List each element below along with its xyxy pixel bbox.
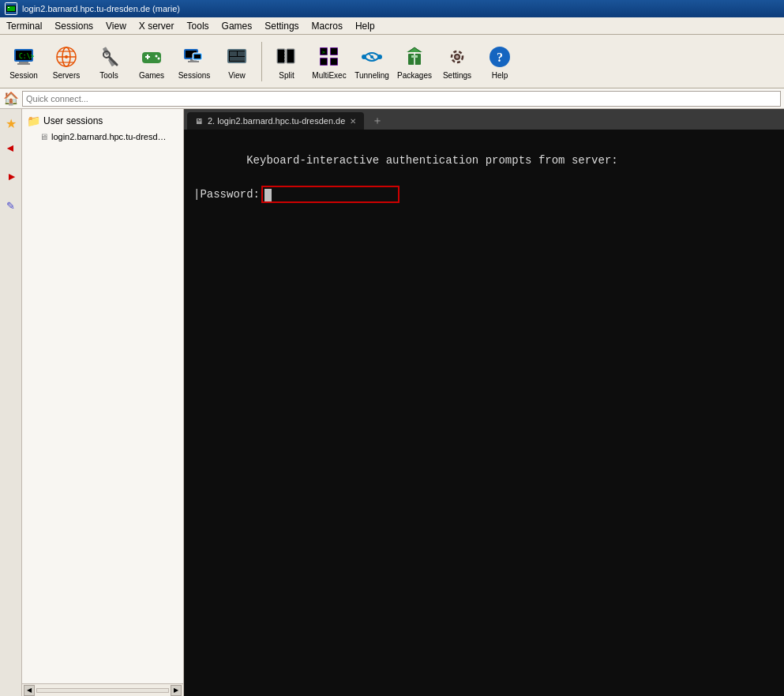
scroll-left-btn[interactable]: ◀ [24, 685, 35, 696]
svg-rect-45 [331, 48, 337, 55]
svg-point-23 [158, 58, 160, 60]
svg-rect-38 [287, 50, 294, 62]
toolbar-multiexec-btn[interactable]: >_ MultiExec [309, 39, 350, 85]
tools-label: Tools [99, 71, 118, 80]
menu-xserver[interactable]: X server [133, 17, 181, 34]
tab-bar: 🖥 2. login2.barnard.hpc.tu-dresden.de ✕ … [184, 109, 784, 130]
main-area: ★ ▼ ▼ ✎ 📁 User sessions 🖥 login2.barnard… [0, 109, 784, 696]
servers-icon [54, 44, 79, 70]
svg-text:>_: >_ [322, 49, 328, 55]
menu-macros[interactable]: Macros [306, 17, 349, 34]
menu-bar: Terminal Sessions View X server Tools Ga… [0, 17, 784, 35]
toolbar-tunneling-btn[interactable]: Tunneling [351, 39, 392, 85]
svg-text:C:\>: C:\> [19, 53, 34, 60]
svg-rect-37 [278, 50, 284, 62]
multiexec-label: MultiExec [312, 71, 346, 80]
terminal-password-line: | Password: [193, 186, 775, 203]
back-button[interactable]: ▼ [2, 139, 21, 158]
sidebar: ★ ▼ ▼ ✎ 📁 User sessions 🖥 login2.barnard… [0, 109, 184, 696]
home-icon[interactable]: 🏠 [3, 91, 19, 106]
svg-rect-3 [8, 7, 9, 8]
svg-rect-7 [17, 63, 30, 65]
menu-sessions[interactable]: Sessions [48, 17, 99, 34]
split-label: Split [279, 71, 294, 80]
servers-label: Servers [53, 71, 80, 80]
menu-terminal[interactable]: Terminal [0, 17, 48, 34]
session-list-item[interactable]: 🖥 login2.barnard.hpc.tu-dresden.de [22, 130, 183, 144]
svg-point-14 [65, 55, 68, 58]
app-icon [5, 2, 17, 15]
toolbar: C:\> Session Servers [0, 35, 784, 88]
cursor-block [264, 189, 272, 201]
view-label: View [228, 71, 246, 80]
sidebar-scrollbar[interactable] [36, 688, 169, 693]
games-icon [139, 44, 164, 70]
split-icon [274, 44, 299, 70]
window-title: login2.barnard.hpc.tu-dresden.de (marie) [22, 4, 779, 13]
scroll-right-btn[interactable]: ▶ [171, 685, 182, 696]
terminal-tab-1[interactable]: 🖥 2. login2.barnard.hpc.tu-dresden.de ✕ [187, 112, 364, 130]
svg-text:?: ? [497, 51, 503, 64]
tools-icon [96, 44, 122, 70]
svg-point-49 [362, 55, 366, 59]
folder-icon: 📁 [27, 115, 40, 127]
tunneling-label: Tunneling [354, 71, 389, 80]
multiexec-icon: >_ [317, 44, 342, 70]
password-prompt: Password: [200, 186, 260, 203]
quick-connect-input[interactable] [22, 91, 781, 107]
terminal-area: 🖥 2. login2.barnard.hpc.tu-dresden.de ✕ … [184, 109, 784, 696]
svg-rect-29 [194, 55, 201, 58]
svg-rect-21 [145, 56, 150, 58]
tab-icon: 🖥 [195, 117, 203, 126]
help-label: Help [492, 71, 508, 80]
quick-connect-bar: 🏠 [0, 88, 784, 109]
toolbar-settings-btn[interactable]: Settings [437, 39, 478, 85]
toolbar-split-btn[interactable]: Split [266, 39, 307, 85]
svg-rect-34 [230, 57, 245, 61]
svg-point-59 [456, 55, 459, 58]
toolbar-servers-btn[interactable]: Servers [46, 39, 87, 85]
pencil-button[interactable]: ✎ [2, 196, 21, 215]
user-sessions-folder[interactable]: 📁 User sessions [22, 112, 183, 130]
toolbar-games-btn[interactable]: Games [131, 39, 172, 85]
settings-label: Settings [443, 71, 471, 80]
menu-view[interactable]: View [99, 17, 133, 34]
svg-point-50 [377, 55, 382, 59]
monitor-icon: 🖥 [39, 132, 48, 141]
session-item-label: login2.barnard.hpc.tu-dresden.de [51, 132, 170, 141]
tab-label: 2. login2.barnard.hpc.tu-dresden.de [208, 116, 345, 126]
svg-rect-27 [188, 61, 199, 62]
title-bar: login2.barnard.hpc.tu-dresden.de (marie) [0, 0, 784, 17]
svg-rect-33 [238, 51, 245, 56]
sessions-label: Sessions [178, 71, 211, 80]
session-label: Session [9, 71, 38, 80]
toolbar-session-btn[interactable]: C:\> Session [3, 39, 44, 85]
pipe-char: | [193, 186, 200, 203]
terminal-content[interactable]: Keyboard-interactive authentication prom… [184, 130, 784, 696]
menu-help[interactable]: Help [349, 17, 381, 34]
svg-point-22 [156, 55, 158, 58]
svg-point-52 [370, 55, 373, 58]
svg-rect-56 [411, 55, 418, 58]
tab-close-btn[interactable]: ✕ [350, 117, 356, 126]
terminal-auth-line: Keyboard-interactive authentication prom… [193, 136, 775, 186]
toolbar-sessions-btn[interactable]: Sessions [174, 39, 215, 85]
menu-tools[interactable]: Tools [181, 17, 216, 34]
session-icon: C:\> [11, 44, 36, 70]
toolbar-tools-btn[interactable]: Tools [88, 39, 129, 85]
toolbar-help-btn[interactable]: ? Help [479, 39, 520, 85]
svg-rect-2 [7, 6, 15, 11]
star-button[interactable]: ★ [2, 114, 21, 133]
menu-games[interactable]: Games [216, 17, 259, 34]
folder-label: User sessions [43, 115, 103, 126]
svg-rect-47 [331, 58, 337, 65]
games-label: Games [139, 71, 164, 80]
forward-button[interactable]: ▼ [2, 167, 21, 186]
toolbar-separator-1 [261, 42, 262, 81]
password-input-highlight[interactable] [261, 186, 400, 203]
toolbar-view-btn[interactable]: View [216, 39, 257, 85]
menu-settings[interactable]: Settings [258, 17, 305, 34]
toolbar-packages-btn[interactable]: Packages [394, 39, 435, 85]
svg-rect-46 [321, 58, 327, 65]
new-tab-btn[interactable]: ＋ [366, 112, 389, 130]
